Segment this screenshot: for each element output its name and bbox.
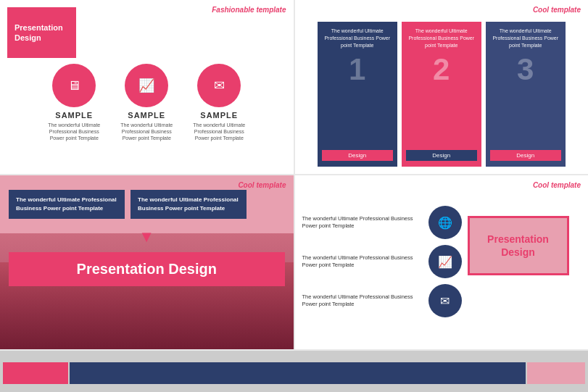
circle-icon-2: 📈 [125, 64, 168, 107]
slide1-label: Fashionable template [212, 6, 286, 14]
card2-number-3: 3 [517, 54, 534, 85]
card2-text-3: The wonderful Ultimate Professional Busi… [490, 28, 561, 49]
slide3-content: The wonderful Ultimate Professional Busi… [0, 175, 294, 349]
slide3-title: Presentation Design [9, 252, 285, 286]
slide4-left: The wonderful Ultimate Professional Busi… [302, 206, 462, 323]
card2-btn-2: Design [406, 150, 477, 161]
circle-desc-2: The wonderful Ultimate Professional Busi… [116, 122, 178, 141]
slide2-label-normal: template [551, 6, 581, 14]
list-item: ✉ SAMPLE The wonderful Ultimate Professi… [189, 64, 250, 141]
slide4-title: Presentation Design [468, 216, 569, 275]
card2-text-2: The wonderful Ultimate Professional Busi… [406, 28, 477, 49]
list-item: 🖥 SAMPLE The wonderful Ultimate Professi… [44, 64, 105, 141]
slide3: Cool template The wonderful Ultimate Pro… [0, 175, 294, 349]
slide3-box1: The wonderful Ultimate Professional Busi… [9, 190, 125, 219]
slide4-row2-text: The wonderful Ultimate Professional Busi… [302, 254, 424, 270]
bottom-bar-dark [70, 362, 526, 384]
card2-text-1: The wonderful Ultimate Professional Busi… [322, 28, 393, 49]
list-item: The wonderful Ultimate Professional Busi… [302, 245, 462, 278]
slide4: Cool template The wonderful Ultimate Pro… [295, 175, 589, 349]
list-item: 📈 SAMPLE The wonderful Ultimate Professi… [116, 64, 178, 141]
circle-label-1: SAMPLE [55, 111, 93, 120]
circle-label-3: SAMPLE [200, 111, 238, 120]
slide4-row1-text: The wonderful Ultimate Professional Busi… [302, 215, 424, 230]
card2-number-1: 1 [349, 54, 365, 85]
card2-number-2: 2 [433, 54, 450, 85]
list-item: The wonderful Ultimate Professional Busi… [402, 22, 481, 167]
circle-desc-1: The wonderful Ultimate Professional Busi… [44, 122, 105, 141]
list-item: The wonderful Ultimate Professional Busi… [302, 284, 462, 317]
slide4-row1-icon: 🌐 [428, 206, 462, 239]
slide4-row3-icon: ✉ [428, 284, 462, 317]
slide1: Fashionable template Presentation Design… [0, 0, 294, 174]
slide4-label: Cool template [533, 181, 581, 189]
slide1-label-styled: Fashionable [212, 6, 254, 14]
circle-desc-3: The wonderful Ultimate Professional Busi… [189, 122, 250, 141]
slide2-label: Cool template [533, 6, 581, 14]
slide1-label-normal: template [256, 6, 286, 14]
slide3-arrow-icon: ▼ [9, 228, 285, 246]
slide1-title: Presentation Design [7, 7, 76, 58]
slide4-label-styled: Cool [533, 181, 549, 189]
card2-btn-1: Design [322, 150, 393, 161]
circle-icon-3: ✉ [197, 64, 241, 107]
slide4-row2-icon: 📈 [428, 245, 462, 278]
slide2-cards: The wonderful Ultimate Professional Busi… [302, 22, 581, 167]
slide2-label-styled: Cool [533, 6, 549, 14]
bottom-bar-pink [3, 362, 68, 384]
bottom-bar-light-pink [527, 362, 585, 384]
list-item: The wonderful Ultimate Professional Busi… [486, 22, 566, 167]
bottom-bar [0, 351, 588, 392]
slide3-box2: The wonderful Ultimate Professional Busi… [131, 190, 247, 219]
list-item: The wonderful Ultimate Professional Busi… [318, 22, 397, 167]
card2-btn-3: Design [490, 150, 561, 161]
slide3-boxes: The wonderful Ultimate Professional Busi… [9, 190, 285, 219]
slide4-right: Presentation Design [468, 216, 569, 323]
slide1-circles: 🖥 SAMPLE The wonderful Ultimate Professi… [7, 64, 286, 167]
slide4-label-normal: template [551, 181, 581, 189]
slide2: Cool template The wonderful Ultimate Pro… [295, 0, 589, 174]
slide4-row3-text: The wonderful Ultimate Professional Busi… [302, 293, 424, 309]
circle-icon-1: 🖥 [52, 64, 96, 107]
circle-label-2: SAMPLE [128, 111, 165, 120]
list-item: The wonderful Ultimate Professional Busi… [302, 206, 462, 239]
